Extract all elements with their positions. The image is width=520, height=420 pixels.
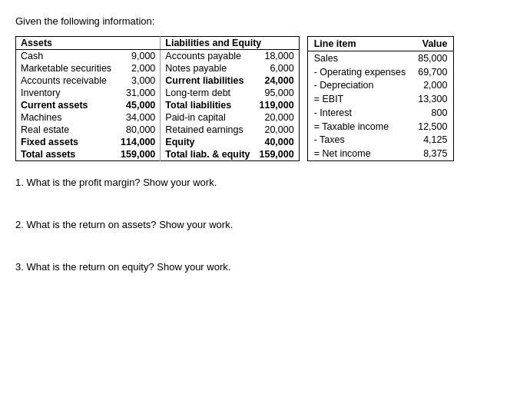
question-1: 1. What is the profit margin? Show your … [15, 177, 505, 188]
liability-value: 40,000 [255, 136, 300, 148]
liability-value: 18,000 [255, 50, 300, 63]
lineitem-value: 69,700 [412, 65, 454, 79]
asset-value: 45,000 [116, 99, 161, 111]
liability-label: Accounts payable [161, 50, 255, 63]
question-2: 2. What is the return on assets? Show yo… [15, 219, 505, 230]
line-item-table: Line item Value Sales 85,000 - Operating… [307, 36, 455, 161]
lineitem-label: = Taxable income [307, 120, 412, 134]
lineitem-value: 4,125 [412, 133, 454, 147]
questions-section: 1. What is the profit margin? Show your … [15, 177, 505, 273]
balance-sheet-table: Assets Liabilities and Equity Cash 9,000… [15, 36, 300, 161]
asset-label: Real estate [16, 124, 117, 136]
liability-label: Notes payable [161, 62, 255, 74]
lineitem-label: - Operating expenses [307, 65, 412, 79]
asset-value: 159,000 [116, 148, 161, 161]
asset-label: Marketable securities [16, 62, 117, 74]
liability-value: 95,000 [255, 87, 300, 99]
lineitem-value: 85,000 [412, 51, 454, 64]
lineitem-value: 800 [412, 106, 454, 120]
asset-label: Current assets [16, 99, 117, 111]
asset-value: 31,000 [116, 87, 161, 99]
asset-label: Accounts receivable [16, 74, 117, 87]
lineitem-value: 2,000 [412, 78, 454, 92]
lineitem-value: 13,300 [412, 92, 454, 106]
liability-value: 6,000 [255, 62, 300, 74]
q2-num: 2. [15, 219, 24, 230]
liability-label: Long-term debt [161, 87, 255, 99]
asset-value: 80,000 [116, 124, 161, 136]
liability-label: Total liabilities [161, 99, 255, 111]
question-3: 3. What is the return on equity? Show yo… [15, 261, 505, 273]
liability-value: 159,000 [255, 148, 300, 161]
lineitem-header-value: Value [412, 37, 454, 51]
lineitem-label: - Taxes [307, 133, 412, 147]
liability-value: 24,000 [255, 74, 300, 87]
lineitem-header-label: Line item [307, 37, 412, 51]
lineitem-value: 8,375 [412, 147, 454, 160]
q1-num: 1. [15, 177, 24, 188]
tables-container: Assets Liabilities and Equity Cash 9,000… [15, 36, 505, 161]
lineitem-label: - Interest [307, 106, 412, 120]
liability-label: Equity [161, 136, 255, 148]
asset-label: Total assets [16, 148, 117, 161]
asset-label: Inventory [16, 87, 117, 99]
lineitem-label: - Depreciation [307, 78, 412, 92]
asset-label: Fixed assets [16, 136, 117, 148]
liability-label: Current liabilities [161, 74, 255, 87]
liability-value: 119,000 [255, 99, 300, 111]
liability-label: Total liab. & equity [161, 148, 255, 161]
asset-label: Cash [16, 50, 117, 63]
asset-value: 34,000 [116, 111, 161, 124]
lineitem-label: Sales [307, 51, 412, 64]
q1-text: What is the profit margin? Show your wor… [26, 177, 217, 188]
lineitem-label: = EBIT [307, 92, 412, 106]
liability-label: Retained earnings [161, 124, 255, 136]
asset-value: 3,000 [116, 74, 161, 87]
lineitem-value: 12,500 [412, 120, 454, 134]
asset-value: 114,000 [116, 136, 161, 148]
liability-value: 20,000 [255, 111, 300, 124]
asset-value: 9,000 [116, 50, 161, 63]
q3-num: 3. [15, 261, 24, 273]
intro-text: Given the following information: [15, 15, 505, 27]
liability-value: 20,000 [255, 124, 300, 136]
asset-value: 2,000 [116, 62, 161, 74]
asset-label: Machines [16, 111, 117, 124]
q2-text: What is the return on assets? Show your … [26, 219, 233, 230]
lineitem-label: = Net income [307, 147, 412, 160]
liability-label: Paid-in capital [161, 111, 255, 124]
q3-text: What is the return on equity? Show your … [26, 261, 230, 273]
